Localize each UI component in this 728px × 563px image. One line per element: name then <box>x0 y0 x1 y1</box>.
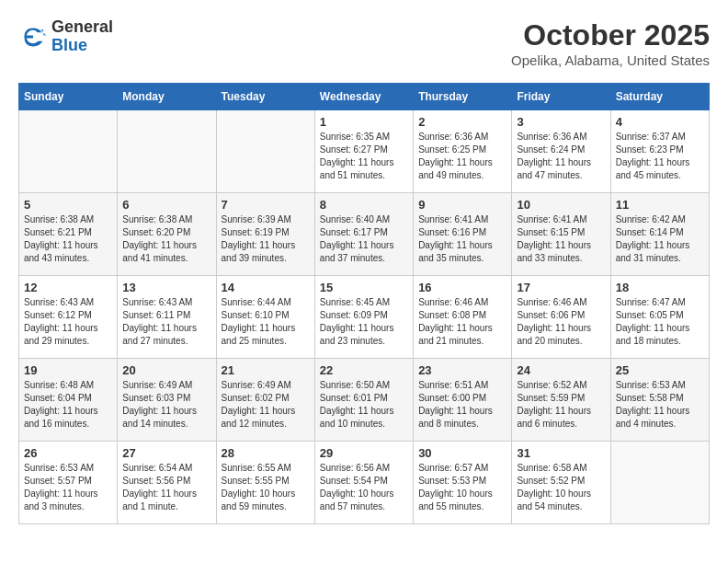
col-header-monday: Monday <box>118 84 216 110</box>
day-number: 1 <box>320 115 408 129</box>
day-info: Sunrise: 6:43 AM Sunset: 6:12 PM Dayligh… <box>24 296 112 348</box>
day-number: 14 <box>222 281 310 294</box>
calendar-cell <box>19 110 118 193</box>
day-number: 8 <box>320 198 408 212</box>
calendar-cell: 29Sunrise: 6:56 AM Sunset: 5:54 PM Dayli… <box>314 442 413 524</box>
day-number: 24 <box>517 363 605 377</box>
calendar-cell: 25Sunrise: 6:53 AM Sunset: 5:58 PM Dayli… <box>610 359 709 442</box>
day-number: 7 <box>222 198 310 212</box>
col-header-saturday: Saturday <box>610 84 709 110</box>
week-row-0: 1Sunrise: 6:35 AM Sunset: 6:27 PM Daylig… <box>19 110 710 193</box>
day-number: 15 <box>320 281 408 294</box>
day-number: 2 <box>418 115 506 129</box>
day-info: Sunrise: 6:40 AM Sunset: 6:17 PM Dayligh… <box>320 213 408 265</box>
day-info: Sunrise: 6:58 AM Sunset: 5:52 PM Dayligh… <box>517 462 605 513</box>
day-info: Sunrise: 6:47 AM Sunset: 6:05 PM Dayligh… <box>616 296 704 348</box>
day-info: Sunrise: 6:42 AM Sunset: 6:14 PM Dayligh… <box>616 213 704 265</box>
day-info: Sunrise: 6:36 AM Sunset: 6:25 PM Dayligh… <box>418 131 506 182</box>
day-info: Sunrise: 6:45 AM Sunset: 6:09 PM Dayligh… <box>320 296 408 348</box>
page-header: General Blue October 2025 Opelika, Alaba… <box>18 18 710 68</box>
day-info: Sunrise: 6:55 AM Sunset: 5:55 PM Dayligh… <box>222 462 310 513</box>
calendar-cell <box>216 110 314 193</box>
day-info: Sunrise: 6:50 AM Sunset: 6:01 PM Dayligh… <box>320 379 408 431</box>
day-number: 10 <box>517 198 605 212</box>
day-info: Sunrise: 6:51 AM Sunset: 6:00 PM Dayligh… <box>418 379 506 431</box>
col-header-thursday: Thursday <box>414 84 512 110</box>
day-info: Sunrise: 6:56 AM Sunset: 5:54 PM Dayligh… <box>320 462 408 513</box>
calendar-cell: 30Sunrise: 6:57 AM Sunset: 5:53 PM Dayli… <box>414 442 512 524</box>
day-info: Sunrise: 6:38 AM Sunset: 6:21 PM Dayligh… <box>24 213 112 265</box>
week-row-4: 26Sunrise: 6:53 AM Sunset: 5:57 PM Dayli… <box>19 442 710 524</box>
day-number: 25 <box>616 363 704 377</box>
calendar-cell: 14Sunrise: 6:44 AM Sunset: 6:10 PM Dayli… <box>216 276 314 359</box>
logo-text: General Blue <box>51 18 113 55</box>
day-number: 9 <box>418 198 506 212</box>
calendar-cell: 1Sunrise: 6:35 AM Sunset: 6:27 PM Daylig… <box>314 110 413 193</box>
calendar-cell: 27Sunrise: 6:54 AM Sunset: 5:56 PM Dayli… <box>118 442 216 524</box>
calendar-cell: 12Sunrise: 6:43 AM Sunset: 6:12 PM Dayli… <box>19 276 118 359</box>
day-info: Sunrise: 6:39 AM Sunset: 6:19 PM Dayligh… <box>222 213 310 265</box>
day-number: 31 <box>517 446 605 460</box>
day-number: 27 <box>122 446 210 460</box>
day-info: Sunrise: 6:53 AM Sunset: 5:57 PM Dayligh… <box>24 462 112 513</box>
calendar-cell <box>118 110 216 193</box>
day-number: 29 <box>320 446 408 460</box>
day-number: 20 <box>122 363 210 377</box>
col-header-wednesday: Wednesday <box>314 84 413 110</box>
calendar-cell: 5Sunrise: 6:38 AM Sunset: 6:21 PM Daylig… <box>19 193 118 276</box>
logo-blue-text: Blue <box>51 37 113 55</box>
calendar-cell: 20Sunrise: 6:49 AM Sunset: 6:03 PM Dayli… <box>118 359 216 442</box>
day-number: 23 <box>418 363 506 377</box>
col-header-sunday: Sunday <box>19 84 118 110</box>
day-info: Sunrise: 6:46 AM Sunset: 6:08 PM Dayligh… <box>418 296 506 348</box>
day-number: 30 <box>418 446 506 460</box>
day-number: 28 <box>222 446 310 460</box>
day-info: Sunrise: 6:43 AM Sunset: 6:11 PM Dayligh… <box>122 296 210 348</box>
calendar-cell: 18Sunrise: 6:47 AM Sunset: 6:05 PM Dayli… <box>610 276 709 359</box>
calendar-cell: 17Sunrise: 6:46 AM Sunset: 6:06 PM Dayli… <box>512 276 610 359</box>
calendar-cell: 21Sunrise: 6:49 AM Sunset: 6:02 PM Dayli… <box>216 359 314 442</box>
day-number: 26 <box>24 446 112 460</box>
day-info: Sunrise: 6:49 AM Sunset: 6:03 PM Dayligh… <box>122 379 210 431</box>
day-number: 19 <box>24 363 112 377</box>
day-number: 12 <box>24 281 112 294</box>
col-header-tuesday: Tuesday <box>216 84 314 110</box>
logo-icon <box>18 22 48 52</box>
week-row-3: 19Sunrise: 6:48 AM Sunset: 6:04 PM Dayli… <box>19 359 710 442</box>
calendar-cell: 31Sunrise: 6:58 AM Sunset: 5:52 PM Dayli… <box>512 442 610 524</box>
day-number: 21 <box>222 363 310 377</box>
calendar-cell: 24Sunrise: 6:52 AM Sunset: 5:59 PM Dayli… <box>512 359 610 442</box>
day-info: Sunrise: 6:38 AM Sunset: 6:20 PM Dayligh… <box>122 213 210 265</box>
location: Opelika, Alabama, United States <box>511 52 710 68</box>
day-info: Sunrise: 6:52 AM Sunset: 5:59 PM Dayligh… <box>517 379 605 431</box>
calendar-cell: 19Sunrise: 6:48 AM Sunset: 6:04 PM Dayli… <box>19 359 118 442</box>
month-title: October 2025 <box>511 18 710 52</box>
day-number: 13 <box>122 281 210 294</box>
day-number: 5 <box>24 198 112 212</box>
day-number: 17 <box>517 281 605 294</box>
title-block: October 2025 Opelika, Alabama, United St… <box>511 18 710 68</box>
week-row-1: 5Sunrise: 6:38 AM Sunset: 6:21 PM Daylig… <box>19 193 710 276</box>
calendar-body: 1Sunrise: 6:35 AM Sunset: 6:27 PM Daylig… <box>19 110 710 524</box>
day-number: 22 <box>320 363 408 377</box>
day-info: Sunrise: 6:41 AM Sunset: 6:16 PM Dayligh… <box>418 213 506 265</box>
day-info: Sunrise: 6:48 AM Sunset: 6:04 PM Dayligh… <box>24 379 112 431</box>
day-number: 11 <box>616 198 704 212</box>
calendar-cell: 28Sunrise: 6:55 AM Sunset: 5:55 PM Dayli… <box>216 442 314 524</box>
calendar-cell: 22Sunrise: 6:50 AM Sunset: 6:01 PM Dayli… <box>314 359 413 442</box>
calendar-cell: 13Sunrise: 6:43 AM Sunset: 6:11 PM Dayli… <box>118 276 216 359</box>
day-number: 6 <box>122 198 210 212</box>
calendar-cell: 6Sunrise: 6:38 AM Sunset: 6:20 PM Daylig… <box>118 193 216 276</box>
day-info: Sunrise: 6:37 AM Sunset: 6:23 PM Dayligh… <box>616 131 704 182</box>
calendar-cell: 2Sunrise: 6:36 AM Sunset: 6:25 PM Daylig… <box>414 110 512 193</box>
calendar-cell: 7Sunrise: 6:39 AM Sunset: 6:19 PM Daylig… <box>216 193 314 276</box>
day-info: Sunrise: 6:46 AM Sunset: 6:06 PM Dayligh… <box>517 296 605 348</box>
calendar-table: SundayMondayTuesdayWednesdayThursdayFrid… <box>18 83 710 524</box>
day-info: Sunrise: 6:53 AM Sunset: 5:58 PM Dayligh… <box>616 379 704 431</box>
calendar-cell: 3Sunrise: 6:36 AM Sunset: 6:24 PM Daylig… <box>512 110 610 193</box>
day-info: Sunrise: 6:41 AM Sunset: 6:15 PM Dayligh… <box>517 213 605 265</box>
day-info: Sunrise: 6:54 AM Sunset: 5:56 PM Dayligh… <box>122 462 210 513</box>
logo: General Blue <box>18 18 113 55</box>
col-header-friday: Friday <box>512 84 610 110</box>
day-info: Sunrise: 6:57 AM Sunset: 5:53 PM Dayligh… <box>418 462 506 513</box>
